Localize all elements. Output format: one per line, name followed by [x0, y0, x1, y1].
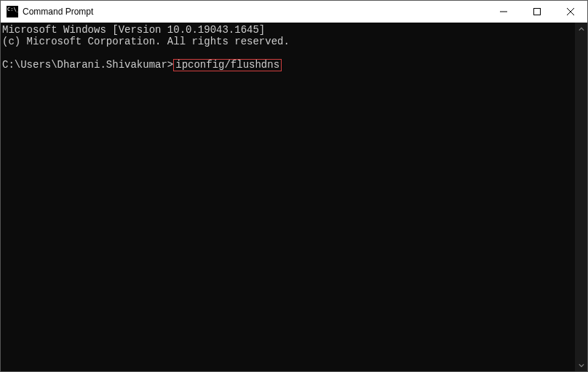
svg-rect-1: [534, 9, 541, 15]
terminal[interactable]: Microsoft Windows [Version 10.0.19043.16…: [1, 23, 575, 371]
terminal-area: Microsoft Windows [Version 10.0.19043.16…: [1, 23, 587, 371]
scrollbar[interactable]: [575, 23, 587, 371]
chevron-down-icon: [579, 363, 584, 368]
scroll-up-button[interactable]: [575, 23, 587, 35]
window-title: Command Prompt: [23, 7, 93, 17]
command-prompt-window: Command Prompt Microsoft Windows [Versio…: [0, 0, 588, 372]
terminal-line: (c) Microsoft Corporation. All rights re…: [2, 36, 290, 47]
titlebar[interactable]: Command Prompt: [1, 1, 587, 23]
terminal-command: ipconfig/flushdns: [175, 59, 279, 71]
cmd-icon: [7, 6, 18, 17]
terminal-prompt: C:\Users\Dharani.Shivakumar>: [2, 59, 173, 71]
maximize-icon: [533, 8, 541, 15]
close-icon: [567, 8, 574, 15]
scroll-down-button[interactable]: [575, 359, 587, 371]
maximize-button[interactable]: [520, 1, 554, 23]
chevron-up-icon: [579, 26, 584, 32]
terminal-line: Microsoft Windows [Version 10.0.19043.16…: [2, 24, 265, 36]
command-highlight: ipconfig/flushdns: [173, 59, 282, 71]
window-controls: [487, 1, 587, 23]
minimize-icon: [500, 8, 507, 15]
close-button[interactable]: [554, 1, 587, 23]
minimize-button[interactable]: [487, 1, 520, 23]
